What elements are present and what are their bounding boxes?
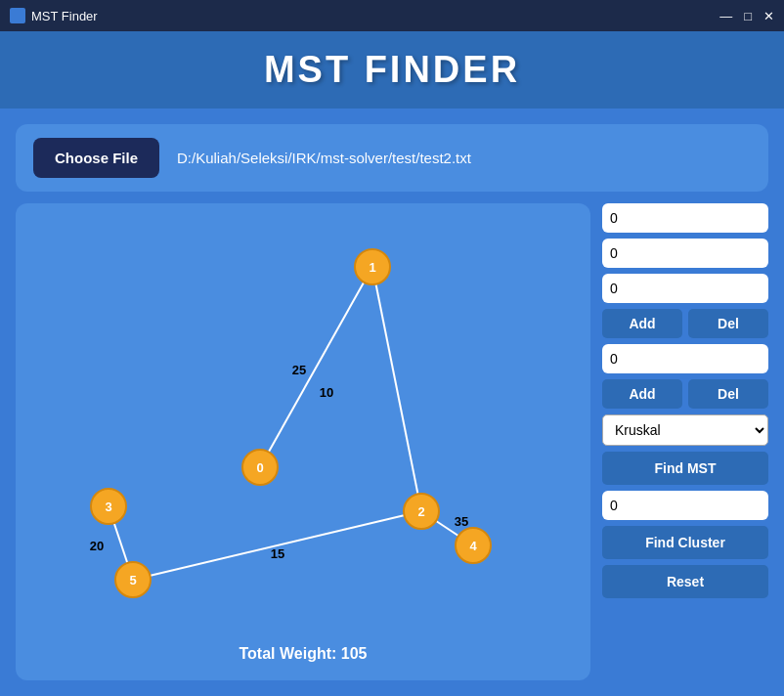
node-3-label: 3 [105, 500, 111, 514]
del-button-2[interactable]: Del [688, 379, 768, 409]
spinner-1-row: ▲ ▼ [602, 203, 768, 233]
file-section: Choose File D:/Kuliah/Seleksi/IRK/mst-so… [16, 124, 768, 192]
add-del-row-2: Add Del [602, 379, 768, 409]
spinner-1-input[interactable] [602, 203, 768, 233]
spinner-3-row: ▲ ▼ [602, 274, 768, 303]
title-bar-controls: — □ ✕ [719, 10, 774, 22]
node-2-label: 2 [417, 504, 424, 519]
total-weight: Total Weight: 105 [240, 645, 368, 663]
node-5-label: 5 [129, 573, 136, 587]
close-button[interactable]: ✕ [763, 10, 774, 22]
content-area: Choose File D:/Kuliah/Seleksi/IRK/mst-so… [0, 109, 784, 696]
find-mst-button[interactable]: Find MST [602, 452, 768, 485]
node-0-label: 0 [256, 460, 263, 475]
node-1-label: 1 [369, 260, 375, 275]
choose-file-button[interactable]: Choose File [33, 138, 159, 178]
maximize-button[interactable]: □ [744, 10, 752, 22]
minimize-button[interactable]: — [719, 10, 732, 22]
edge-label-10: 10 [320, 385, 333, 400]
spinner-2-row: ▲ ▼ [602, 239, 768, 268]
edge-1-2 [372, 267, 421, 511]
spinner-5-row: ▲ ▼ [602, 491, 768, 520]
spinner-3-input[interactable] [602, 274, 768, 303]
del-button-1[interactable]: Del [688, 309, 768, 338]
algorithm-select-row: Kruskal Prim [602, 414, 768, 446]
edge-label-35: 35 [455, 514, 468, 529]
find-cluster-button[interactable]: Find Cluster [602, 526, 768, 559]
edge-label-15: 15 [271, 546, 284, 561]
app-title: MST FINDER [0, 49, 784, 91]
app-icon [10, 8, 25, 23]
title-bar: MST Finder — □ ✕ [0, 0, 784, 31]
edge-label-20: 20 [90, 539, 104, 553]
algorithm-select[interactable]: Kruskal Prim [602, 414, 768, 446]
edge-label-25: 25 [292, 363, 306, 377]
add-button-1[interactable]: Add [602, 309, 682, 338]
graph-area: 25 10 35 20 15 1 0 3 2 4 [16, 203, 590, 680]
spinner-2-input[interactable] [602, 239, 768, 268]
app-header: MST FINDER [0, 31, 784, 109]
main-window: MST Finder — □ ✕ MST FINDER Choose File … [0, 0, 784, 696]
window-title: MST Finder [31, 9, 98, 23]
main-area: 25 10 35 20 15 1 0 3 2 4 [16, 203, 768, 680]
spinner-4-row: ▲ ▼ [602, 344, 768, 373]
reset-button[interactable]: Reset [602, 565, 768, 598]
add-button-2[interactable]: Add [602, 379, 682, 409]
file-path-label: D:/Kuliah/Seleksi/IRK/mst-solver/test/te… [177, 150, 471, 166]
node-4-label: 4 [469, 539, 477, 553]
side-panel: ▲ ▼ ▲ ▼ ▲ ▼ [602, 203, 768, 680]
edge-1-0 [260, 267, 372, 467]
graph-svg: 25 10 35 20 15 1 0 3 2 4 [16, 203, 590, 680]
add-del-row-1: Add Del [602, 309, 768, 338]
spinner-5-input[interactable] [602, 491, 768, 520]
spinner-4-input[interactable] [602, 344, 768, 373]
